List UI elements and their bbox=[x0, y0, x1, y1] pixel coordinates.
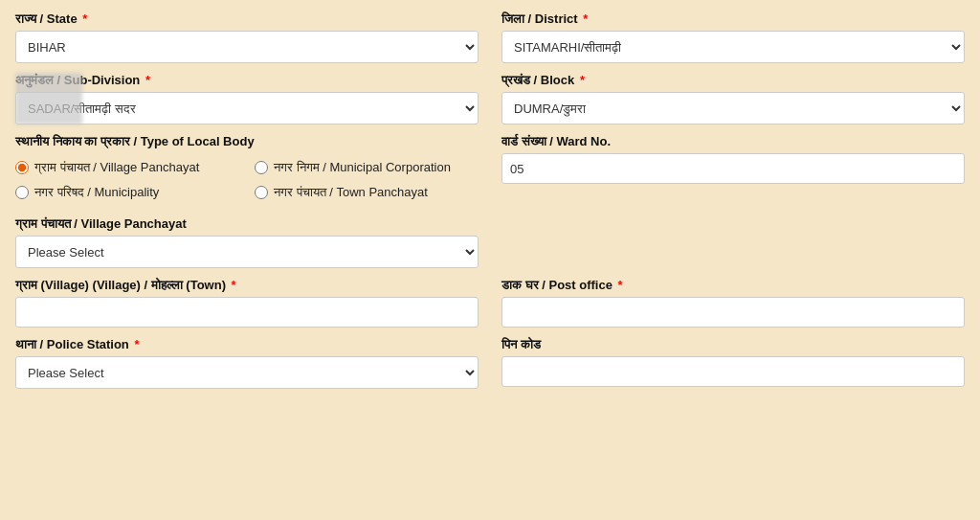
block-select[interactable]: DUMRA/डुमरा bbox=[501, 92, 965, 124]
subdivision-required: * bbox=[145, 73, 150, 87]
state-group: राज्य / State * BIHAR bbox=[15, 11, 479, 63]
post-office-label-hi: डाक घर bbox=[501, 278, 539, 292]
post-office-input[interactable] bbox=[501, 297, 965, 328]
post-office-group: डाक घर / Post office * bbox=[501, 278, 965, 328]
radio-municipal-corp-label: नगर निगम / Municipal Corporation bbox=[274, 159, 451, 176]
village-panchayat-select[interactable]: Please Select bbox=[15, 236, 479, 268]
local-body-label: स्थानीय निकाय का प्रकार / Type of Local … bbox=[15, 134, 479, 149]
subdivision-label-en: Sub-Division bbox=[64, 73, 140, 87]
district-label-hi: जिला bbox=[501, 11, 524, 26]
village-panchayat-select-label: ग्राम पंचायत / Village Panchayat bbox=[15, 216, 479, 232]
local-body-type-group: स्थानीय निकाय का प्रकार / Type of Local … bbox=[15, 134, 479, 207]
local-body-label-hi: स्थानीय निकाय का प्रकार bbox=[15, 134, 130, 148]
subdivision-label-hi: अनुमंडल bbox=[15, 73, 54, 87]
state-select[interactable]: BIHAR bbox=[15, 31, 479, 63]
pin-code-label-hi: पिन कोड bbox=[501, 337, 541, 351]
police-station-required: * bbox=[134, 337, 139, 351]
radio-municipality-input[interactable] bbox=[15, 186, 29, 199]
empty-cell-1 bbox=[501, 216, 965, 268]
subdivision-select[interactable]: SADAR/सीतामढ़ी सदर bbox=[15, 92, 479, 124]
village-required: * bbox=[232, 278, 236, 292]
police-station-group: थाना / Police Station * Please Select bbox=[15, 337, 479, 389]
subdivision-label: अनुमंडल / Sub-Division * bbox=[15, 73, 479, 88]
police-station-label: थाना / Police Station * bbox=[15, 337, 479, 352]
police-station-select[interactable]: Please Select bbox=[15, 356, 479, 389]
district-select[interactable]: SITAMARHI/सीतामढ़ी bbox=[501, 31, 965, 63]
village-panchayat-select-group: ग्राम पंचायत / Village Panchayat Please … bbox=[15, 216, 479, 268]
state-label-hi: राज्य bbox=[15, 11, 36, 26]
village-group: ग्राम (Village) (Village) / मोहल्ला (Tow… bbox=[15, 278, 479, 328]
village-panchayat-select-label-en: Village Panchayat bbox=[80, 216, 186, 231]
radio-town-panchayat-label: नगर पंचायत / Town Panchayat bbox=[274, 184, 428, 201]
radio-village-panchayat[interactable]: ग्राम पंचायत / Village Panchayat bbox=[15, 159, 239, 176]
district-label: जिला / District * bbox=[501, 11, 965, 27]
police-station-label-en: Police Station bbox=[47, 337, 129, 351]
ward-no-group: वार्ड संख्या / Ward No. 05 bbox=[501, 134, 965, 207]
village-label-hi: ग्राम (Village) bbox=[15, 278, 89, 292]
ward-no-label: वार्ड संख्या / Ward No. bbox=[501, 134, 965, 149]
village-panchayat-select-label-hi: ग्राम पंचायत bbox=[15, 216, 71, 231]
radio-municipality[interactable]: नगर परिषद / Municipality bbox=[15, 184, 239, 201]
radio-village-panchayat-input[interactable] bbox=[15, 161, 29, 174]
local-body-label-en: Type of Local Body bbox=[141, 134, 255, 148]
block-label-en: Block bbox=[541, 73, 574, 87]
block-label: प्रखंड / Block * bbox=[501, 73, 965, 88]
subdivision-group: अनुमंडल / Sub-Division * SADAR/सीतामढ़ी … bbox=[15, 73, 479, 124]
radio-village-panchayat-label: ग्राम पंचायत / Village Panchayat bbox=[34, 159, 199, 176]
pin-code-input[interactable] bbox=[501, 356, 965, 387]
pin-code-group: पिन कोड bbox=[501, 337, 965, 389]
local-body-radio-group: ग्राम पंचायत / Village Panchayat नगर निग… bbox=[15, 153, 479, 207]
post-office-label: डाक घर / Post office * bbox=[501, 278, 965, 293]
state-label: राज्य / State * bbox=[15, 11, 479, 27]
radio-town-panchayat[interactable]: नगर पंचायत / Town Panchayat bbox=[255, 184, 479, 201]
block-label-hi: प्रखंड bbox=[501, 73, 530, 87]
block-required: * bbox=[580, 73, 585, 87]
post-office-label-en: Post office bbox=[548, 278, 612, 292]
radio-town-panchayat-input[interactable] bbox=[255, 186, 268, 199]
pin-code-label: पिन कोड bbox=[501, 337, 965, 352]
radio-municipal-corp-input[interactable] bbox=[255, 161, 268, 174]
post-office-required: * bbox=[618, 278, 623, 292]
district-group: जिला / District * SITAMARHI/सीतामढ़ी bbox=[501, 11, 965, 63]
radio-municipal-corp[interactable]: नगर निगम / Municipal Corporation bbox=[255, 159, 479, 176]
district-label-en: District bbox=[535, 11, 578, 26]
state-label-en: State bbox=[47, 11, 78, 26]
state-required: * bbox=[82, 11, 87, 26]
ward-no-label-en: Ward No. bbox=[556, 134, 611, 148]
village-label-en: मोहल्ला (Town) bbox=[151, 278, 226, 292]
village-input[interactable] bbox=[15, 297, 479, 328]
radio-municipality-label: नगर परिषद / Municipality bbox=[34, 184, 159, 201]
ward-no-label-hi: वार्ड संख्या bbox=[501, 134, 546, 148]
village-label: ग्राम (Village) (Village) / मोहल्ला (Tow… bbox=[15, 278, 479, 293]
block-group: प्रखंड / Block * DUMRA/डुमरा bbox=[501, 73, 965, 124]
district-required: * bbox=[583, 11, 588, 26]
ward-no-input[interactable]: 05 bbox=[501, 153, 965, 184]
police-station-label-hi: थाना bbox=[15, 337, 36, 351]
